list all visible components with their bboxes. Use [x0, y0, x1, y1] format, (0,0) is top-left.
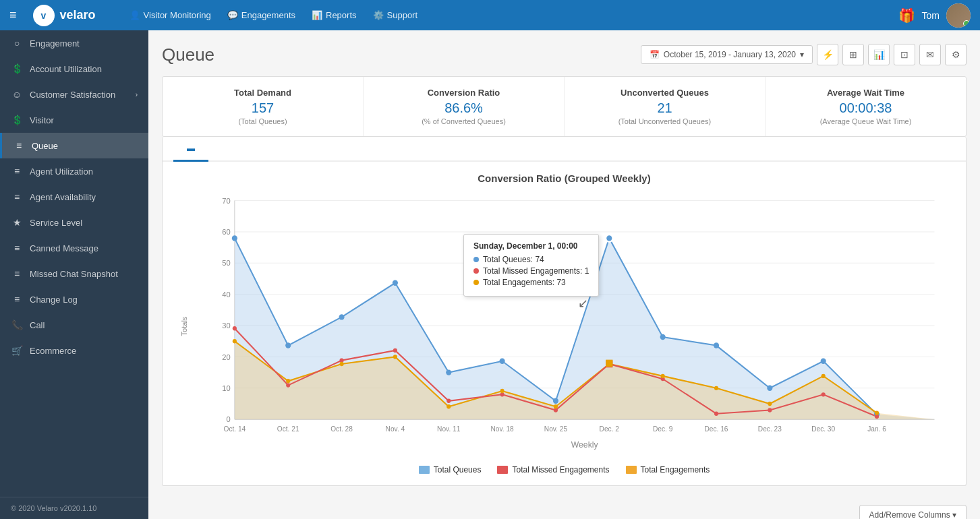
- sidebar-label-service-level: Service Level: [30, 218, 82, 228]
- sidebar-item-agent-availability[interactable]: ≡ Agent Availability: [0, 184, 148, 210]
- sidebar: ○ Engagement 💲 Account Utilization ☺ Cus…: [0, 30, 148, 519]
- chart-view-button[interactable]: 📊: [868, 44, 890, 65]
- sidebar-label-change-log: Change Log: [30, 295, 78, 305]
- red-dot-3: [393, 348, 397, 353]
- sidebar-item-customer-satisfaction[interactable]: ☺ Customer Satisfaction ›: [0, 82, 148, 107]
- orange-dot-5: [500, 389, 505, 393]
- chart-tab-active[interactable]: ▬: [173, 137, 208, 162]
- svg-text:Nov. 18: Nov. 18: [490, 425, 513, 433]
- topnav-right: 🎁 Tom: [898, 3, 971, 28]
- blue-dot-1: [285, 342, 291, 348]
- orange-dot-10: [768, 402, 772, 406]
- gift-icon[interactable]: 🎁: [898, 7, 915, 24]
- queue-icon: ≡: [13, 140, 25, 151]
- nav-engagements[interactable]: 💬 Engagements: [221, 6, 302, 24]
- orange-dot-4: [446, 404, 451, 408]
- red-dot-4: [446, 399, 451, 403]
- sidebar-item-change-log[interactable]: ≡ Change Log: [0, 286, 148, 312]
- average-wait-time-sub: (Average Queue Wait Time): [774, 117, 958, 125]
- main-chart-svg: 70 60 50 40 30 20 10 0: [200, 193, 955, 456]
- avatar[interactable]: [946, 3, 971, 28]
- sidebar-item-canned-message[interactable]: ≡ Canned Message: [0, 235, 148, 261]
- expand-arrow-icon: ›: [136, 91, 138, 98]
- export-button[interactable]: ⊡: [894, 44, 915, 65]
- svg-text:Dec. 23: Dec. 23: [758, 425, 782, 433]
- page-header: Queue 📅 October 15, 2019 - January 13, 2…: [162, 44, 967, 65]
- svg-text:50: 50: [222, 259, 230, 267]
- legend-total-engagements: Total Engagements: [626, 465, 710, 475]
- service-level-icon: ★: [11, 217, 23, 228]
- red-dot-11: [822, 392, 826, 396]
- nav-reports[interactable]: 📊 Reports: [305, 6, 364, 24]
- sidebar-item-ecommerce[interactable]: 🛒 Ecommerce: [0, 338, 148, 363]
- chart-tabs: ▬: [163, 137, 966, 162]
- legend-total-missed: Total Missed Engagements: [497, 465, 609, 475]
- sidebar-item-agent-utilization[interactable]: ≡ Agent Utilization: [0, 158, 148, 184]
- svg-text:Dec. 16: Dec. 16: [704, 425, 728, 433]
- sidebar-item-queue[interactable]: ≡ Queue: [0, 133, 148, 158]
- sidebar-item-call[interactable]: 📞 Call: [0, 312, 148, 338]
- hamburger-menu[interactable]: ≡: [9, 8, 17, 22]
- legend-box-queues: [419, 466, 430, 474]
- nav-support[interactable]: ⚙️ Support: [366, 6, 425, 24]
- filter-button[interactable]: ⚡: [817, 44, 838, 65]
- total-demand-sub: (Total Queues): [171, 117, 355, 125]
- legend-box-missed: [497, 466, 508, 474]
- date-range-picker[interactable]: 📅 October 15, 2019 - January 13, 2020 ▾: [641, 45, 813, 64]
- chart-wrapper: Totals 70 60 5: [173, 193, 955, 458]
- sidebar-label-engagement: Engagement: [30, 38, 80, 49]
- stats-row: Total Demand 157 (Total Queues) Conversi…: [162, 76, 967, 137]
- y-axis-label: Totals: [180, 316, 188, 336]
- settings-button[interactable]: ⚙: [945, 44, 967, 65]
- blue-dot-2: [339, 314, 344, 319]
- svg-text:Oct. 28: Oct. 28: [330, 425, 353, 433]
- unconverted-queues-sub: (Total Unconverted Queues): [573, 117, 757, 125]
- sidebar-label-queue: Queue: [32, 141, 58, 151]
- svg-text:Nov. 4: Nov. 4: [386, 425, 405, 433]
- sidebar-label-missed-chat-snapshot: Missed Chat Snapshot: [30, 269, 118, 279]
- change-log-icon: ≡: [11, 294, 23, 305]
- grid-view-button[interactable]: ⊞: [842, 44, 864, 65]
- svg-text:Nov. 11: Nov. 11: [437, 425, 460, 433]
- unconverted-queues-value: 21: [573, 100, 757, 116]
- sidebar-item-account-utilization[interactable]: 💲 Account Utilization: [0, 56, 148, 82]
- average-wait-time-value: 00:00:38: [774, 100, 958, 116]
- blue-dot-8: [660, 334, 666, 340]
- header-controls: 📅 October 15, 2019 - January 13, 2020 ▾ …: [641, 44, 967, 65]
- account-utilization-icon: 💲: [11, 63, 23, 74]
- date-range-text: October 15, 2019 - January 13, 2020: [664, 50, 796, 59]
- email-button[interactable]: ✉: [919, 44, 941, 65]
- logo: v velaro: [33, 5, 96, 26]
- sidebar-label-call: Call: [30, 320, 45, 330]
- red-dot-0: [233, 326, 237, 330]
- blue-dot-3: [393, 280, 398, 286]
- chart-legend: Total Queues Total Missed Engagements To…: [173, 465, 955, 475]
- sidebar-item-engagement[interactable]: ○ Engagement: [0, 30, 148, 56]
- svg-text:Nov. 25: Nov. 25: [544, 425, 567, 433]
- sidebar-item-visitor[interactable]: 💲 Visitor: [0, 107, 148, 133]
- stat-total-demand: Total Demand 157 (Total Queues): [163, 77, 364, 136]
- logo-text: velaro: [60, 8, 96, 22]
- orange-dot-0: [233, 339, 237, 343]
- sidebar-item-missed-chat-snapshot[interactable]: ≡ Missed Chat Snapshot: [0, 261, 148, 286]
- add-remove-columns-button[interactable]: Add/Remove Columns ▾: [859, 505, 967, 519]
- visitor-icon: 💲: [11, 115, 23, 125]
- page-title: Queue: [162, 44, 214, 65]
- legend-box-engagements: [626, 466, 637, 474]
- agent-utilization-icon: ≡: [11, 166, 23, 177]
- blue-dot-10: [767, 386, 772, 391]
- svg-text:40: 40: [222, 291, 230, 299]
- sidebar-item-service-level[interactable]: ★ Service Level: [0, 210, 148, 235]
- blue-dot-7-active[interactable]: [606, 235, 612, 242]
- svg-text:Dec. 30: Dec. 30: [811, 425, 835, 433]
- canned-message-icon: ≡: [11, 243, 23, 253]
- blue-dot-6: [553, 398, 558, 404]
- orange-dot-8: [661, 374, 665, 378]
- svg-text:20: 20: [222, 353, 230, 361]
- legend-label-engagements: Total Engagements: [641, 465, 710, 475]
- nav-visitor-monitoring[interactable]: 👤 Visitor Monitoring: [123, 6, 218, 24]
- total-demand-label: Total Demand: [171, 88, 355, 98]
- legend-label-missed: Total Missed Engagements: [512, 465, 609, 475]
- stat-average-wait-time: Average Wait Time 00:00:38 (Average Queu…: [766, 77, 966, 136]
- average-wait-time-label: Average Wait Time: [774, 88, 958, 98]
